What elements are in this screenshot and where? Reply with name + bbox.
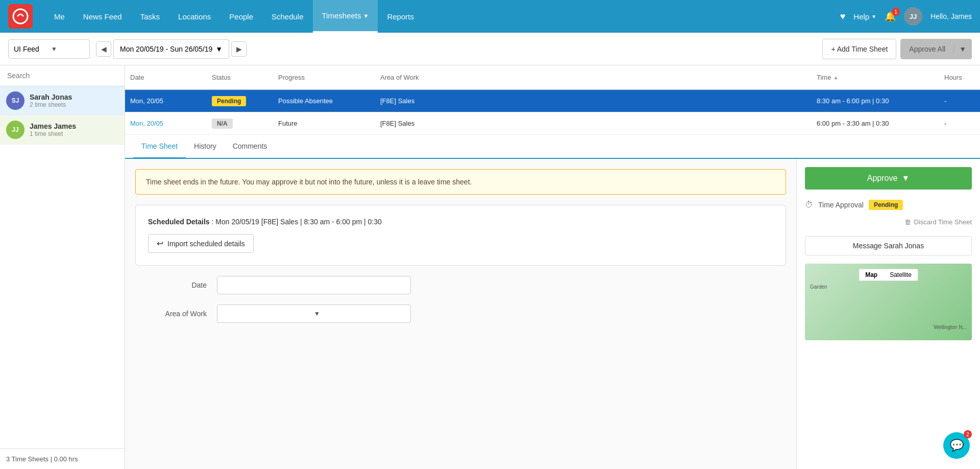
area-of-work-field: Area of Work ▼ [135,304,786,323]
person-name-sarah: Sarah Jonas [30,93,118,101]
th-time: Time ▲ [812,67,939,87]
nav-people[interactable]: People [220,0,262,33]
avatar-james: JJ [6,121,24,139]
td-area-1: [F8E] Sales [375,115,812,131]
import-icon: ↩ [157,239,163,248]
main-layout: SJ Sarah Jonas 2 time sheets JJ James Ja… [0,65,980,469]
td-status-1: N/A [207,114,273,133]
notification-badge: 1 [892,8,900,16]
td-status-0: Pending [207,92,273,110]
scheduled-details-label: Scheduled Details [148,218,210,226]
date-input[interactable] [217,276,411,294]
table-row-1[interactable]: Mon, 20/05 N/A Future [F8E] Sales 6:00 p… [125,112,980,135]
tab-time-sheet[interactable]: Time Sheet [133,135,186,159]
nav-schedule[interactable]: Schedule [262,0,313,33]
td-area-0: [F8E] Sales [375,93,812,109]
chat-badge: 2 [964,430,972,438]
approve-dropdown-arrow: ▼ [901,174,910,183]
approve-all-button[interactable]: Approve All ▼ [900,39,972,59]
toolbar-actions: + Add Time Sheet Approve All ▼ [822,39,972,59]
navbar: Me News Feed Tasks Locations People Sche… [0,0,980,33]
status-badge-1: N/A [212,119,233,129]
heart-icon[interactable]: ♥ [840,11,846,22]
person-info-sarah: Sarah Jonas 2 time sheets [30,93,118,108]
td-hours-1: - [939,115,980,131]
th-date: Date [125,67,207,87]
time-approval-row: ⏱ Time Approval Pending [805,200,972,210]
person-info-james: James James 1 time sheet [30,122,118,137]
user-avatar[interactable]: JJ [904,7,922,26]
td-progress-0: Possible Absentee [273,93,375,109]
timesheets-dropdown-arrow: ▼ [363,13,369,19]
tab-comments[interactable]: Comments [225,135,276,159]
area-of-work-select[interactable]: ▼ [217,304,411,323]
search-input[interactable] [5,69,119,82]
sidebar-person-james[interactable]: JJ James James 1 time sheet [0,115,125,145]
person-sheets-sarah: 2 time sheets [30,101,118,108]
svg-point-0 [13,9,28,24]
sidebar: SJ Sarah Jonas 2 time sheets JJ James Ja… [0,65,125,469]
panel-right: Approve ▼ ⏱ Time Approval Pending 🗑 Disc… [796,159,980,469]
help-menu[interactable]: Help ▼ [853,12,876,21]
map-label-garden: Garden [810,284,827,290]
table-row-0[interactable]: Mon, 20/05 Pending Possible Absentee [F8… [125,90,980,112]
message-sarah-button[interactable]: Message Sarah Jonas [805,236,972,255]
chat-float-button[interactable]: 💬 2 [943,432,970,459]
th-status: Status [207,67,273,87]
avatar-sarah: SJ [6,91,24,110]
nav-me[interactable]: Me [45,0,74,33]
sidebar-person-sarah[interactable]: SJ Sarah Jonas 2 time sheets [0,86,125,115]
greeting-text[interactable]: Hello, James [930,12,972,20]
nav-links: Me News Feed Tasks Locations People Sche… [45,0,840,33]
scheduled-details-value: : Mon 20/05/19 [F8E] Sales | 8:30 am - 6… [211,218,381,226]
nav-right: ♥ Help ▼ 🔔 1 JJ Hello, James [840,7,972,26]
brand-logo[interactable] [8,4,33,29]
td-date-0: Mon, 20/05 [125,93,207,109]
person-name-james: James James [30,122,118,130]
content-area: Date Status Progress Area of Work Time ▲… [125,65,980,469]
area-of-work-dropdown-arrow: ▼ [314,310,405,317]
sidebar-footer: 3 Time Sheets | 0.00 hrs [0,449,125,469]
nav-reports[interactable]: Reports [378,0,423,33]
panel-main: Time sheet ends in the future. You may a… [125,159,796,469]
pending-badge: Pending [869,200,903,210]
th-hours: Hours [939,67,980,87]
feed-select-arrow: ▼ [51,45,84,53]
next-week-button[interactable]: ▶ [231,41,247,57]
area-of-work-label: Area of Work [135,310,217,318]
approve-button[interactable]: Approve ▼ [805,167,972,190]
nav-timesheets[interactable]: Timesheets ▼ [313,0,378,33]
import-scheduled-button[interactable]: ↩ Import scheduled details [148,234,254,253]
discard-timesheet-link[interactable]: 🗑 Discard Time Sheet [805,218,972,226]
notification-bell[interactable]: 🔔 1 [885,11,896,22]
nav-news-feed[interactable]: News Feed [74,0,131,33]
trash-icon: 🗑 [904,218,911,226]
map-tabs: Map Satellite [859,269,918,281]
add-timesheet-button[interactable]: + Add Time Sheet [822,39,896,59]
feed-select[interactable]: UI Feed ▼ [8,39,90,59]
table-header: Date Status Progress Area of Work Time ▲… [125,65,980,90]
map-tab-map[interactable]: Map [859,269,884,280]
th-area-of-work: Area of Work [375,67,812,87]
map-container: Map Satellite Wellington N... Garden [805,264,972,340]
approve-all-dropdown-arrow[interactable]: ▼ [954,45,971,53]
td-date-1: Mon, 20/05 [125,115,207,131]
prev-week-button[interactable]: ◀ [96,41,111,57]
date-range-button[interactable]: Mon 20/05/19 - Sun 26/05/19 ▼ [113,39,229,59]
chat-icon: 💬 [950,439,964,452]
date-field: Date [135,276,786,294]
map-label-wellington: Wellington N... [934,324,967,330]
toolbar: UI Feed ▼ ◀ Mon 20/05/19 - Sun 26/05/19 … [0,33,980,65]
nav-locations[interactable]: Locations [169,0,220,33]
help-dropdown-arrow: ▼ [871,14,876,19]
map-tab-satellite[interactable]: Satellite [884,269,918,280]
date-navigation: ◀ Mon 20/05/19 - Sun 26/05/19 ▼ ▶ [96,39,247,59]
panel-content: Time sheet ends in the future. You may a… [125,159,980,469]
scheduled-card: Scheduled Details : Mon 20/05/19 [F8E] S… [135,205,786,266]
td-hours-0: - [939,93,980,109]
clock-icon: ⏱ [805,200,813,209]
scheduled-details-line: Scheduled Details : Mon 20/05/19 [F8E] S… [148,218,773,226]
nav-tasks[interactable]: Tasks [131,0,169,33]
tab-history[interactable]: History [186,135,225,159]
date-dropdown-arrow: ▼ [215,45,223,53]
